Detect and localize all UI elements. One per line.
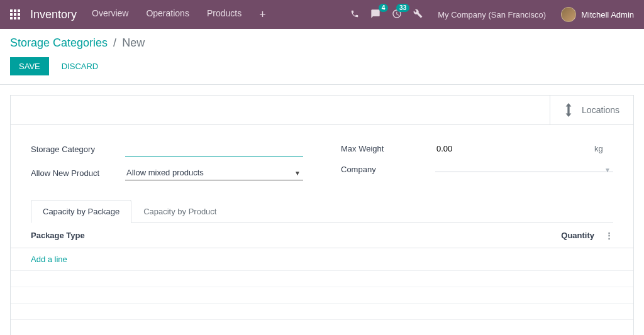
user-menu[interactable]: Mitchell Admin	[561, 7, 634, 22]
list-item	[11, 304, 633, 320]
breadcrumb: Storage Categories / New	[10, 36, 634, 50]
app-brand[interactable]: Inventory	[30, 8, 77, 21]
add-line-button[interactable]: Add a line	[11, 248, 633, 271]
locations-label: Locations	[582, 105, 619, 115]
form-sheet: Locations Storage Category Allow New Pro…	[10, 95, 634, 335]
control-panel: Storage Categories / New Save Discard	[0, 29, 644, 85]
company-selector[interactable]: My Company (San Francisco)	[438, 10, 546, 19]
nav-products[interactable]: Products	[207, 8, 242, 21]
col-package-type: Package Type	[31, 231, 538, 240]
tab-capacity-by-product[interactable]: Capacity by Product	[131, 200, 228, 223]
kebab-icon[interactable]: ⋮	[594, 231, 613, 240]
tools-icon[interactable]	[413, 9, 423, 20]
discard-button[interactable]: Discard	[55, 57, 105, 75]
nav-new-icon[interactable]: +	[259, 8, 266, 21]
user-name: Mitchell Admin	[581, 10, 634, 19]
breadcrumb-parent[interactable]: Storage Categories	[10, 36, 108, 49]
max-weight-unit: kg	[594, 144, 603, 153]
list-item	[11, 271, 633, 287]
tabs: Capacity by Package Capacity by Product	[31, 199, 613, 223]
max-weight-label: Max Weight	[341, 144, 435, 153]
chat-icon[interactable]: 4	[370, 9, 380, 21]
nav-overview[interactable]: Overview	[92, 8, 128, 21]
capacity-list: Package Type Quantity ⋮ Add a line	[11, 223, 633, 335]
allow-new-product-label: Allow New Product	[31, 168, 125, 178]
storage-category-input[interactable]	[125, 141, 303, 157]
max-weight-input[interactable]	[435, 141, 594, 156]
nav-menu: Overview Operations Products +	[92, 8, 266, 21]
tab-capacity-by-package[interactable]: Capacity by Package	[31, 200, 131, 223]
list-item	[11, 287, 633, 304]
save-button[interactable]: Save	[10, 57, 49, 75]
sort-icon	[564, 103, 573, 117]
company-select[interactable]	[435, 167, 613, 172]
phone-icon[interactable]	[350, 9, 359, 20]
col-quantity: Quantity	[538, 231, 594, 240]
apps-icon[interactable]	[10, 9, 20, 19]
activity-icon[interactable]: 33	[392, 9, 402, 21]
breadcrumb-sep: /	[113, 36, 116, 49]
avatar	[561, 7, 576, 22]
chat-badge: 4	[379, 4, 389, 12]
stat-bar: Locations	[11, 96, 633, 125]
nav-right: 4 33 My Company (San Francisco) Mitchell…	[350, 7, 634, 22]
allow-new-product-select[interactable]: Allow mixed products	[125, 165, 303, 180]
activity-badge: 33	[396, 4, 409, 12]
nav-operations[interactable]: Operations	[146, 8, 189, 21]
locations-stat-button[interactable]: Locations	[550, 96, 633, 124]
company-label: Company	[341, 165, 435, 174]
breadcrumb-current: New	[122, 36, 145, 49]
storage-category-label: Storage Category	[31, 145, 125, 154]
top-navbar: Inventory Overview Operations Products +…	[0, 0, 644, 29]
